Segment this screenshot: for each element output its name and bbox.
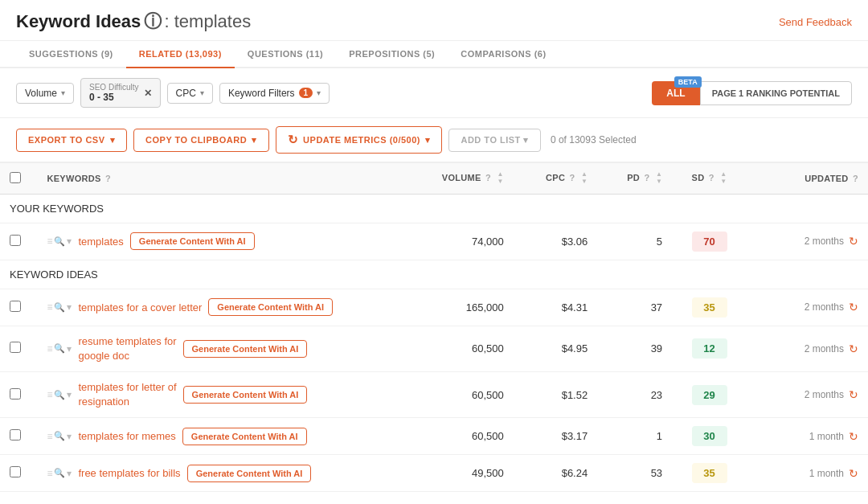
keyword-link[interactable]: templates for letter of bbox=[78, 380, 176, 395]
keyword-icons[interactable]: ≡ 🔍 ▾ bbox=[47, 301, 72, 313]
search-icon: 🔍 bbox=[54, 302, 65, 313]
generate-content-button[interactable]: Generate Content With AI bbox=[182, 428, 307, 445]
copy-clipboard-button[interactable]: COPY TO CLIPBOARD ▾ bbox=[133, 129, 269, 152]
tab-comparisons[interactable]: COMPARISONS (6) bbox=[448, 41, 559, 68]
refresh-icon[interactable]: ↻ bbox=[849, 388, 858, 401]
chevron-down-icon[interactable]: ▾ bbox=[67, 389, 72, 400]
generate-content-button[interactable]: Generate Content With AI bbox=[183, 340, 308, 358]
chevron-down-icon[interactable]: ▾ bbox=[67, 236, 72, 247]
keyword-icons[interactable]: ≡ 🔍 ▾ bbox=[47, 343, 72, 354]
keyword-link[interactable]: templates bbox=[78, 236, 123, 248]
updated-cell: 2 months ↻ bbox=[747, 371, 868, 417]
chevron-down-icon[interactable]: ▾ bbox=[67, 468, 72, 479]
refresh-icon[interactable]: ↻ bbox=[849, 235, 858, 248]
update-metrics-button[interactable]: ↻ UPDATE METRICS (0/500) ▾ bbox=[276, 126, 443, 154]
generate-content-button[interactable]: Generate Content With AI bbox=[183, 386, 308, 404]
row-select-checkbox[interactable] bbox=[10, 235, 21, 246]
seo-difficulty-filter[interactable]: SEO Difficulty 0 - 35 ✕ bbox=[80, 78, 161, 108]
row-checkbox[interactable] bbox=[0, 418, 37, 455]
refresh-icon[interactable]: ↻ bbox=[849, 467, 858, 480]
keyword-cell: ≡ 🔍 ▾ resume templates forgoogle doc Gen… bbox=[37, 326, 411, 371]
tabs-bar: SUGGESTIONS (9) RELATED (13,093) QUESTIO… bbox=[0, 41, 868, 68]
sd-cell: 35 bbox=[672, 455, 747, 492]
volume-value: 60,500 bbox=[411, 371, 514, 417]
tab-suggestions[interactable]: SUGGESTIONS (9) bbox=[16, 41, 126, 68]
page1-ranking-button[interactable]: PAGE 1 RANKING POTENTIAL bbox=[700, 81, 852, 105]
row-select-checkbox[interactable] bbox=[10, 301, 21, 312]
row-select-checkbox[interactable] bbox=[10, 342, 21, 353]
row-select-checkbox[interactable] bbox=[10, 429, 21, 440]
updated-cell: 2 months ↻ bbox=[747, 289, 868, 326]
row-select-checkbox[interactable] bbox=[10, 388, 21, 400]
tab-questions[interactable]: QUESTIONS (11) bbox=[235, 41, 336, 68]
chevron-down-icon: ▾ bbox=[317, 88, 321, 97]
updated-cell: 2 months ↻ bbox=[747, 223, 868, 260]
volume-header[interactable]: VOLUME ? ▲▼ bbox=[411, 163, 514, 195]
tab-related[interactable]: RELATED (13,093) bbox=[126, 41, 235, 68]
keyword-link[interactable]: templates for memes bbox=[78, 430, 175, 442]
pd-header[interactable]: PD ? ▲▼ bbox=[597, 163, 672, 195]
cpc-value: $6.24 bbox=[514, 455, 598, 492]
keyword-filters-button[interactable]: Keyword Filters 1 ▾ bbox=[219, 83, 330, 104]
chevron-down-icon[interactable]: ▾ bbox=[67, 343, 72, 354]
generate-content-button[interactable]: Generate Content With AI bbox=[130, 232, 255, 250]
checkbox-header[interactable] bbox=[0, 163, 37, 195]
keyword-link[interactable]: google doc bbox=[78, 349, 176, 363]
sort-arrows[interactable]: ▲▼ bbox=[720, 171, 727, 186]
row-checkbox[interactable] bbox=[0, 223, 37, 260]
help-icon: ? bbox=[709, 173, 714, 182]
help-icon: ? bbox=[853, 174, 858, 183]
keyword-icons[interactable]: ≡ 🔍 ▾ bbox=[47, 468, 72, 479]
pd-value: 23 bbox=[597, 371, 672, 417]
ranking-toggle: ALL BETA PAGE 1 RANKING POTENTIAL bbox=[652, 81, 852, 105]
cpc-value: $4.31 bbox=[514, 289, 598, 326]
volume-value: 165,000 bbox=[411, 289, 514, 326]
filter-icon: ≡ bbox=[47, 236, 52, 247]
chevron-down-icon[interactable]: ▾ bbox=[67, 431, 72, 442]
close-icon[interactable]: ✕ bbox=[144, 88, 152, 99]
select-all-checkbox[interactable] bbox=[10, 172, 21, 183]
keyword-icons[interactable]: ≡ 🔍 ▾ bbox=[47, 431, 72, 442]
cpc-header[interactable]: CPC ? ▲▼ bbox=[514, 163, 598, 195]
sd-cell: 70 bbox=[672, 223, 747, 260]
row-checkbox[interactable] bbox=[0, 455, 37, 492]
table-row: ≡ 🔍 ▾ free templates for bills Generate … bbox=[0, 455, 868, 492]
table-row: ≡ 🔍 ▾ templates for memes Generate Conte… bbox=[0, 418, 868, 455]
volume-filter[interactable]: Volume ▾ bbox=[16, 83, 74, 104]
sort-arrows[interactable]: ▲▼ bbox=[656, 171, 662, 186]
updated-text: 1 month bbox=[809, 431, 844, 442]
refresh-icon[interactable]: ↻ bbox=[849, 342, 858, 355]
refresh-icon[interactable]: ↻ bbox=[849, 301, 858, 313]
refresh-icon[interactable]: ↻ bbox=[849, 430, 858, 443]
sort-arrows[interactable]: ▲▼ bbox=[497, 171, 503, 186]
keyword-icons[interactable]: ≡ 🔍 ▾ bbox=[47, 236, 72, 247]
row-checkbox[interactable] bbox=[0, 326, 37, 371]
keywords-header: KEYWORDS ? bbox=[37, 163, 411, 195]
row-checkbox[interactable] bbox=[0, 371, 37, 417]
generate-content-button[interactable]: Generate Content With AI bbox=[187, 465, 312, 482]
keyword-cell: ≡ 🔍 ▾ free templates for bills Generate … bbox=[37, 455, 411, 492]
keyword-link[interactable]: templates for a cover letter bbox=[78, 301, 202, 313]
filters-bar: Volume ▾ SEO Difficulty 0 - 35 ✕ CPC ▾ K… bbox=[0, 68, 868, 118]
send-feedback-link[interactable]: Send Feedback bbox=[779, 16, 852, 28]
pd-value: 5 bbox=[597, 223, 672, 260]
add-to-list-button[interactable]: ADD TO LIST ▾ bbox=[448, 129, 540, 152]
row-checkbox[interactable] bbox=[0, 289, 37, 326]
pd-value: 39 bbox=[597, 326, 672, 371]
export-csv-button[interactable]: EXPORT TO CSV ▾ bbox=[16, 129, 127, 152]
chevron-down-icon[interactable]: ▾ bbox=[67, 301, 72, 313]
keyword-icons[interactable]: ≡ 🔍 ▾ bbox=[47, 389, 72, 400]
cpc-filter[interactable]: CPC ▾ bbox=[167, 83, 213, 104]
sd-header[interactable]: SD ? ▲▼ bbox=[672, 163, 747, 195]
keyword-link[interactable]: resignation bbox=[78, 395, 176, 409]
row-select-checkbox[interactable] bbox=[10, 466, 21, 477]
keyword-link[interactable]: free templates for bills bbox=[78, 467, 180, 479]
search-icon: 🔍 bbox=[54, 468, 65, 478]
keyword-link[interactable]: resume templates for bbox=[78, 334, 176, 349]
sort-arrows[interactable]: ▲▼ bbox=[581, 171, 588, 186]
filter-icon: ≡ bbox=[47, 343, 52, 354]
cpc-value: $3.06 bbox=[514, 223, 598, 260]
generate-content-button[interactable]: Generate Content With AI bbox=[208, 298, 333, 316]
tab-prepositions[interactable]: PREPOSITIONS (5) bbox=[336, 41, 448, 68]
help-icon: ? bbox=[570, 173, 575, 182]
